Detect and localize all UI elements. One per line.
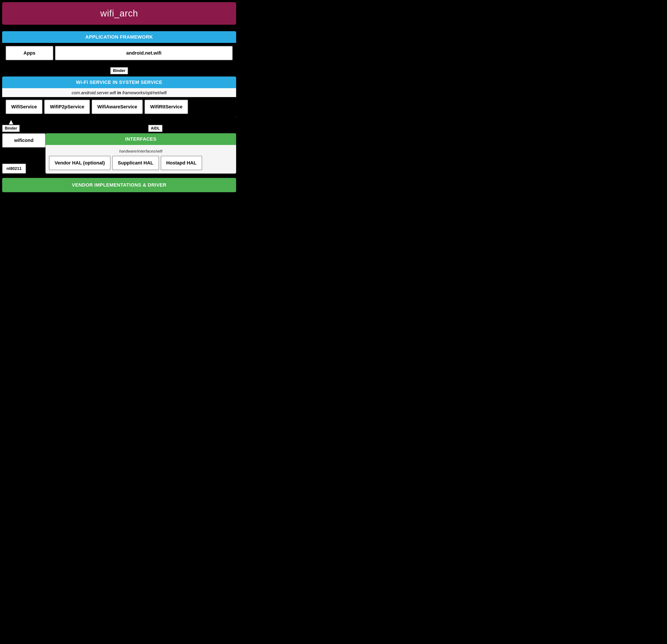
interfaces-boxes: Vendor HAL (optional) Supplicant HAL Hos… <box>49 156 233 170</box>
interfaces-section-inner: INTERFACES hardware/interfaces/wifi Vend… <box>46 133 236 174</box>
wifi-service-boxes: WifiService WifiP2pService WifiAwareServ… <box>6 100 233 114</box>
vendor-bar-text: VENDOR IMPLEMENTATIONS & DRIVER <box>72 182 166 188</box>
binder-top-label: Binder <box>110 67 128 74</box>
wifi-service-header: Wi-Fi SERVICE IN SYSTEM SERVICE <box>2 77 236 88</box>
interfaces-section: INTERFACES hardware/interfaces/wifi Vend… <box>46 133 236 174</box>
interfaces-body: hardware/interfaces/wifi Vendor HAL (opt… <box>46 145 236 174</box>
page-title: wifi_arch <box>6 8 232 19</box>
interfaces-subtitle: hardware/interfaces/wifi <box>49 148 233 156</box>
subtitle-post: frameworks/opt/net/wifi <box>123 90 167 95</box>
wifi-rtt-service-box: WifiRttService <box>145 100 188 114</box>
vendor-hal-box: Vendor HAL (optional) <box>49 156 111 170</box>
subtitle-pre: com.android.server.wifi <box>72 90 116 95</box>
arrow-up-icon <box>9 120 13 124</box>
lower-left: wificond nl80211 <box>2 133 46 174</box>
supplicant-hal-box: Supplicant HAL <box>112 156 159 170</box>
subtitle-in: in <box>117 90 122 95</box>
wificond-box: wificond <box>2 133 46 148</box>
vendor-bar: VENDOR IMPLEMENTATIONS & DRIVER <box>2 178 236 192</box>
app-framework-header: APPLICATION FRAMEWORK <box>2 31 236 43</box>
apps-box: Apps <box>6 46 53 60</box>
wifi-p2p-service-box: WifiP2pService <box>44 100 90 114</box>
nl80211-box: nl80211 <box>2 164 26 174</box>
page-wrapper: wifi_arch APPLICATION FRAMEWORK Apps and… <box>0 2 238 192</box>
wifi-aware-service-box: WifiAwareService <box>92 100 143 114</box>
aidl-label: AIDL <box>148 125 162 132</box>
hostapd-hal-box: Hostapd HAL <box>161 156 202 170</box>
middle-connectors: Binder AIDL <box>0 119 238 133</box>
interfaces-header: INTERFACES <box>46 133 236 145</box>
app-framework-section: APPLICATION FRAMEWORK Apps android.net.w… <box>2 31 236 64</box>
android-net-wifi-box: android.net.wifi <box>55 46 233 60</box>
wifi-service-box: WifiService <box>6 100 43 114</box>
wifi-service-subtitle: com.android.server.wifi in frameworks/op… <box>2 88 236 97</box>
wifi-service-section: Wi-Fi SERVICE IN SYSTEM SERVICE com.andr… <box>2 77 236 117</box>
binder-top-connector: Binder <box>0 65 238 77</box>
lower-section: wificond nl80211 INTERFACES hardware/int… <box>2 133 236 174</box>
binder-left-label: Binder <box>2 125 20 132</box>
binder-left-connector: Binder <box>2 120 20 132</box>
app-framework-boxes: Apps android.net.wifi <box>6 46 233 60</box>
aidl-connector: AIDL <box>148 125 162 132</box>
title-bar: wifi_arch <box>2 2 236 25</box>
